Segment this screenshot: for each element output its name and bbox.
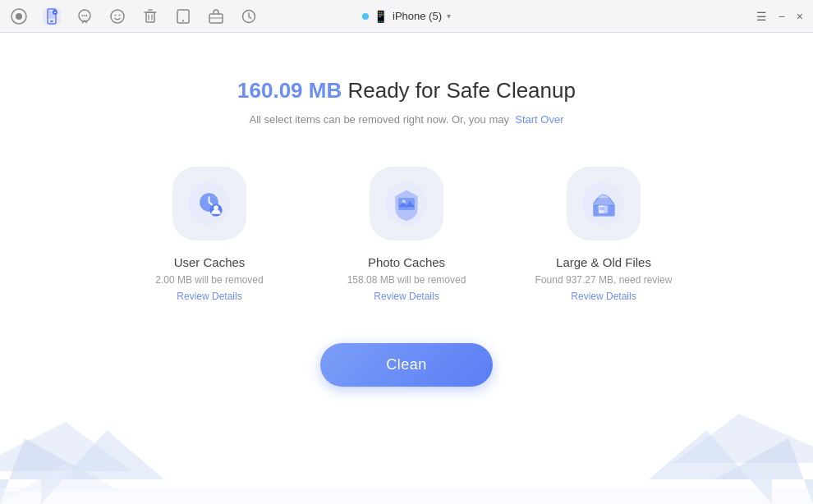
- background-mountains: [0, 373, 813, 504]
- chat-nav-icon[interactable]: [76, 7, 94, 25]
- svg-point-24: [402, 199, 406, 204]
- device-name: iPhone (5): [393, 10, 442, 22]
- history-nav-icon[interactable]: [240, 7, 258, 25]
- clean-button[interactable]: Clean: [320, 343, 493, 387]
- svg-point-8: [84, 15, 85, 16]
- svg-point-7: [82, 15, 84, 16]
- svg-point-10: [111, 10, 124, 23]
- headline: 160.09 MB Ready for Safe Cleanup: [237, 78, 576, 103]
- user-caches-desc: 2.00 MB will be removed: [155, 274, 263, 286]
- large-old-files-title: Large & Old Files: [556, 255, 651, 269]
- main-content: 160.09 MB Ready for Safe Cleanup All sel…: [0, 33, 813, 387]
- svg-point-1: [16, 13, 22, 20]
- photo-caches-icon-bg: [370, 167, 443, 241]
- photo-caches-review-link[interactable]: Review Details: [374, 291, 439, 302]
- briefcase-nav-icon[interactable]: [207, 7, 225, 25]
- menu-button[interactable]: ☰: [756, 10, 767, 23]
- window-controls: ☰ − ×: [756, 10, 803, 23]
- device-selector[interactable]: 📱 iPhone (5) ▾: [362, 10, 451, 23]
- titlebar: 📱 iPhone (5) ▾ ☰ − ×: [0, 0, 813, 33]
- device-chevron-icon: ▾: [447, 11, 451, 21]
- svg-point-5: [53, 10, 57, 15]
- svg-point-11: [115, 14, 117, 16]
- user-caches-icon: [188, 182, 231, 225]
- large-old-files-icon: [582, 182, 625, 225]
- svg-rect-31: [0, 488, 813, 504]
- face-nav-icon[interactable]: [108, 7, 126, 25]
- home-nav-icon[interactable]: [10, 7, 28, 25]
- user-caches-review-link[interactable]: Review Details: [177, 291, 241, 302]
- headline-text: Ready for Safe Cleanup: [347, 78, 576, 103]
- photo-caches-desc: 158.08 MB will be removed: [347, 274, 466, 286]
- large-old-files-icon-bg: [567, 167, 641, 241]
- user-caches-icon-bg: [172, 167, 246, 241]
- trash-nav-icon[interactable]: [141, 7, 159, 25]
- photo-caches-card: Photo Caches 158.08 MB will be removed R…: [333, 167, 480, 302]
- user-caches-card: User Caches 2.00 MB will be removed Revi…: [136, 167, 283, 302]
- device-phone-icon: 📱: [374, 10, 388, 23]
- subtitle-text: All select items can be removed right no…: [250, 113, 509, 126]
- start-over-link[interactable]: Start Over: [515, 113, 563, 126]
- tablet-nav-icon[interactable]: [174, 7, 192, 25]
- minimize-button[interactable]: −: [779, 10, 785, 23]
- device-status-dot: [362, 13, 369, 20]
- cleanup-size: 160.09 MB: [237, 78, 342, 103]
- large-old-files-card: Large & Old Files Found 937.27 MB, need …: [530, 167, 678, 302]
- nav-icons: [10, 7, 258, 25]
- phone-nav-icon[interactable]: [43, 7, 61, 25]
- user-caches-title: User Caches: [174, 255, 246, 269]
- svg-rect-3: [50, 21, 53, 22]
- close-button[interactable]: ×: [797, 10, 803, 23]
- cards-container: User Caches 2.00 MB will be removed Revi…: [136, 167, 678, 302]
- photo-caches-title: Photo Caches: [368, 255, 445, 269]
- subtitle: All select items can be removed right no…: [250, 113, 564, 126]
- svg-point-12: [119, 14, 121, 16]
- large-old-files-review-link[interactable]: Review Details: [571, 291, 636, 302]
- large-old-files-desc: Found 937.27 MB, need review: [535, 274, 673, 286]
- svg-rect-13: [146, 12, 154, 22]
- svg-point-9: [86, 15, 88, 16]
- photo-caches-icon: [385, 182, 428, 225]
